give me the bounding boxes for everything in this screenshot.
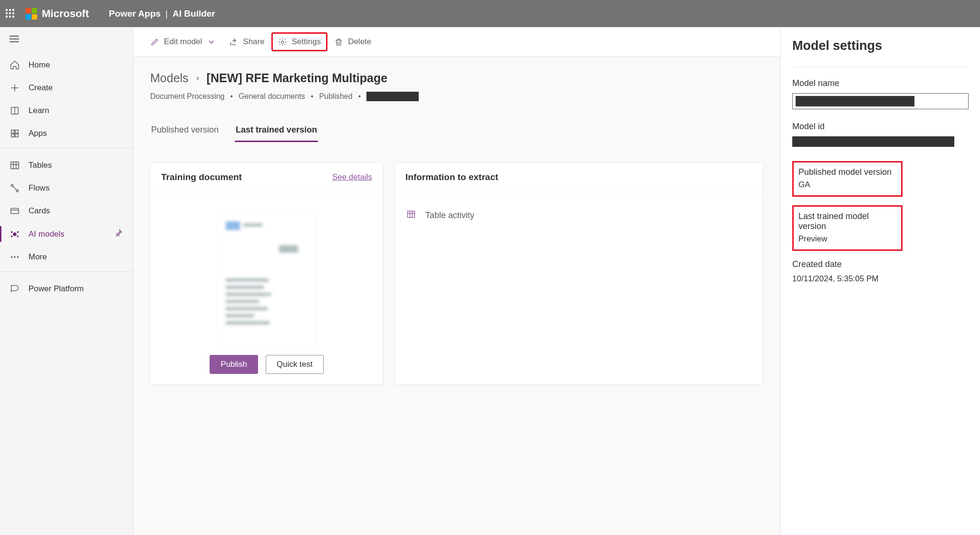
content-area: Edit model Share Settings Delete — [133, 27, 780, 535]
nav-power-platform[interactable]: Power Platform — [0, 277, 133, 300]
nav-learn[interactable]: Learn — [0, 99, 133, 122]
model-name-label: Model name — [792, 78, 969, 88]
trained-version-value: Preview — [798, 234, 896, 244]
svg-rect-5 — [11, 162, 19, 169]
nav-label: Create — [29, 83, 53, 93]
more-icon — [10, 252, 20, 262]
nav-tables[interactable]: Tables — [0, 154, 133, 177]
microsoft-logo-icon — [26, 8, 37, 19]
breadcrumb-current: [NEW] RFE Marketing Multipage — [207, 71, 388, 85]
publish-button[interactable]: Publish — [210, 355, 258, 374]
quick-test-button[interactable]: Quick test — [266, 355, 324, 374]
panel-title: Model settings — [792, 38, 969, 53]
table-icon — [10, 160, 20, 171]
tab-last-trained-version[interactable]: Last trained version — [235, 120, 318, 142]
svg-point-14 — [11, 256, 13, 258]
trained-version-box: Last trained model version Preview — [792, 205, 903, 251]
model-name-redacted — [796, 96, 914, 106]
nav-label: Home — [29, 60, 50, 70]
top-bar: Microsoft Power Apps | AI Builder — [0, 0, 980, 27]
plus-icon — [10, 83, 20, 93]
published-version-value: GA — [798, 180, 896, 190]
model-id-redacted — [792, 136, 954, 147]
svg-rect-1 — [11, 130, 14, 133]
chevron-down-icon — [207, 38, 216, 47]
created-date-label: Created date — [792, 259, 969, 269]
apps-icon — [10, 128, 20, 139]
model-name-input[interactable] — [792, 93, 969, 109]
meta-redacted — [366, 92, 419, 101]
nav-create[interactable]: Create — [0, 76, 133, 99]
settings-button[interactable]: Settings — [272, 33, 327, 50]
nav-label: More — [29, 252, 47, 262]
nav-label: Learn — [29, 106, 49, 115]
svg-point-9 — [13, 232, 16, 236]
app-name[interactable]: Power Apps — [109, 9, 161, 19]
flow-icon — [10, 183, 20, 193]
collapse-nav-button[interactable] — [0, 27, 133, 51]
model-meta: Document Processing General documents Pu… — [150, 92, 763, 101]
edit-model-button[interactable]: Edit model — [144, 33, 221, 50]
section-name[interactable]: AI Builder — [173, 9, 215, 19]
book-icon — [10, 105, 20, 116]
tab-published-version[interactable]: Published version — [150, 120, 220, 142]
svg-point-6 — [11, 184, 13, 187]
svg-point-17 — [281, 41, 284, 43]
pin-icon[interactable] — [115, 229, 123, 239]
published-version-box: Published model version GA — [792, 161, 903, 197]
nav-apps[interactable]: Apps — [0, 122, 133, 145]
gear-icon — [278, 38, 287, 47]
nav-label: Apps — [29, 129, 47, 138]
svg-rect-3 — [11, 134, 14, 137]
nav-ai-models[interactable]: AI models — [0, 222, 133, 246]
svg-rect-18 — [408, 211, 415, 217]
nav-label: Tables — [29, 161, 52, 170]
breadcrumb: Models [NEW] RFE Marketing Multipage — [150, 71, 763, 85]
svg-rect-8 — [11, 209, 19, 214]
model-id-label: Model id — [792, 122, 969, 132]
power-platform-icon — [10, 284, 20, 294]
created-date-value: 10/11/2024, 5:35:05 PM — [792, 274, 969, 284]
svg-point-10 — [11, 231, 13, 233]
nav-label: AI models — [29, 229, 65, 239]
nav-home[interactable]: Home — [0, 54, 133, 76]
svg-rect-4 — [15, 134, 18, 137]
svg-point-15 — [14, 256, 16, 258]
nav-more[interactable]: More — [0, 246, 133, 268]
see-details-link[interactable]: See details — [332, 172, 372, 182]
brand-text: Microsoft — [42, 8, 89, 20]
svg-point-12 — [11, 235, 13, 237]
extract-card-title: Information to extract — [405, 172, 498, 182]
nav-label: Flows — [29, 183, 49, 193]
table-icon — [406, 210, 416, 221]
training-document-card: Training document See details — [150, 162, 383, 385]
document-thumbnail — [217, 211, 317, 349]
app-launcher-icon[interactable] — [6, 9, 15, 19]
information-to-extract-card: Information to extract Table activity — [394, 162, 763, 385]
share-icon — [229, 38, 238, 47]
trash-icon — [334, 38, 343, 47]
left-navigation: Home Create Learn — [0, 27, 133, 535]
ai-icon — [10, 229, 20, 239]
training-card-title: Training document — [161, 172, 242, 182]
breadcrumb-root[interactable]: Models — [150, 71, 189, 85]
nav-label: Power Platform — [29, 284, 84, 294]
chevron-right-icon — [194, 75, 201, 82]
svg-rect-2 — [15, 130, 18, 133]
svg-point-11 — [17, 231, 19, 233]
nav-cards[interactable]: Cards — [0, 200, 133, 222]
share-button[interactable]: Share — [223, 33, 270, 50]
version-tabs: Published version Last trained version — [150, 120, 763, 142]
model-settings-panel: Model settings Model name Model id Publi… — [780, 27, 980, 535]
extract-item[interactable]: Table activity — [405, 203, 752, 228]
svg-point-16 — [17, 256, 19, 258]
home-icon — [10, 60, 20, 70]
nav-flows[interactable]: Flows — [0, 177, 133, 200]
pencil-icon — [150, 38, 159, 47]
svg-point-13 — [17, 235, 19, 237]
command-bar: Edit model Share Settings Delete — [133, 27, 780, 57]
delete-button[interactable]: Delete — [328, 33, 377, 50]
nav-label: Cards — [29, 206, 50, 216]
cards-icon — [10, 206, 20, 216]
microsoft-logo: Microsoft — [26, 8, 89, 20]
